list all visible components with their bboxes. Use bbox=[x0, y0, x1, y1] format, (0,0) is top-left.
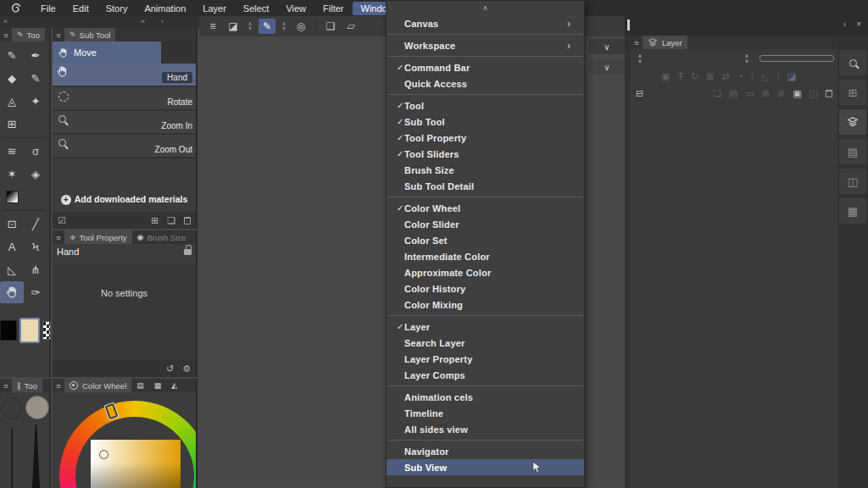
lock-layer-icon[interactable]: ⊠ bbox=[706, 71, 714, 82]
menu-item-animation-cels[interactable]: Animation cels bbox=[387, 389, 584, 405]
menu-item-layer-property[interactable]: Layer Property bbox=[387, 351, 584, 367]
panel-menu-icon[interactable]: ≡ bbox=[53, 233, 64, 242]
tab-tool[interactable]: ✎ Too bbox=[12, 28, 45, 42]
menu-item-sub-tool-detail[interactable]: Sub Tool Detail bbox=[387, 178, 584, 194]
create-mask-icon[interactable]: ▣ bbox=[793, 88, 801, 99]
tab-strip-handle[interactable] bbox=[627, 19, 630, 30]
menu-item-sub-view[interactable]: Sub View bbox=[387, 459, 584, 475]
balloon-tool[interactable]: Ϟ bbox=[24, 236, 47, 258]
tab-tool-sliders[interactable]: ∥ Too bbox=[12, 379, 42, 392]
tab-sub-tool[interactable]: ✎ Sub Tool bbox=[64, 28, 115, 42]
tab-layer[interactable]: Layer bbox=[643, 36, 687, 49]
pen-tool[interactable]: ✎ bbox=[0, 44, 24, 66]
operation-tool[interactable]: ⊡ bbox=[0, 213, 24, 235]
transparent-color-swatch[interactable] bbox=[42, 321, 51, 340]
menu-item-workspace[interactable]: Workspace› bbox=[387, 37, 584, 53]
dock-material-button[interactable]: ▦ bbox=[839, 198, 866, 224]
collapse-dock-small-icon[interactable]: ‹ bbox=[161, 17, 164, 25]
wrench-icon[interactable]: ⚙ bbox=[182, 363, 191, 374]
menu-item-intermediate-color[interactable]: Intermediate Color bbox=[387, 248, 584, 264]
slider-knob-dark[interactable] bbox=[1, 397, 23, 419]
new-vector-layer-icon[interactable]: ▤ bbox=[729, 88, 737, 99]
opacity-slider[interactable] bbox=[760, 55, 834, 62]
figure-tool[interactable]: ◺ bbox=[0, 258, 24, 280]
lock-icon[interactable] bbox=[184, 249, 192, 255]
lock-transparent-icon[interactable]: ⇄ bbox=[722, 71, 730, 82]
dock-layer-button[interactable] bbox=[839, 109, 866, 135]
dock-search-layer-button[interactable] bbox=[839, 50, 866, 75]
tab-tool-property[interactable]: ≑ Tool Property bbox=[64, 230, 132, 244]
apply-mask-icon[interactable]: ◫ bbox=[810, 88, 818, 99]
collapse-dock-icon[interactable]: « bbox=[141, 17, 145, 25]
blend-mode-spinner[interactable]: ∧∨ bbox=[634, 53, 646, 64]
sub-tool-item-zoom-out[interactable]: Zoom Out bbox=[53, 135, 196, 158]
new-folder-icon[interactable]: ▭ bbox=[745, 88, 754, 99]
import-sub-tool-icon[interactable]: ⊞ bbox=[151, 215, 159, 226]
register-sub-tool-icon[interactable]: ☑ bbox=[58, 215, 66, 226]
correct-line-tool[interactable]: ⋔ bbox=[24, 258, 47, 280]
main-color-swatch[interactable] bbox=[19, 318, 40, 343]
menu-item-tool-property[interactable]: ✓Tool Property bbox=[387, 130, 584, 146]
menu-item-color-mixing[interactable]: Color Mixing bbox=[387, 297, 584, 313]
touch-gesture-icon[interactable]: ✎ bbox=[259, 19, 275, 34]
menu-animation[interactable]: Animation bbox=[136, 2, 194, 15]
blend-tool[interactable]: ≋ bbox=[0, 140, 24, 162]
ruler-icon[interactable]: ◺ bbox=[761, 71, 768, 82]
sub-tool-item-rotate[interactable]: Rotate bbox=[53, 87, 196, 111]
menu-item-layer[interactable]: ✓Layer bbox=[387, 319, 584, 335]
fill-tool[interactable]: ◈ bbox=[24, 163, 47, 185]
menu-item-color-set[interactable]: Color Set bbox=[387, 232, 584, 248]
spinner-icon[interactable]: ∧∨ bbox=[245, 22, 255, 30]
gradient-tool[interactable] bbox=[0, 186, 24, 208]
tab-color-wheel[interactable]: Color Wheel bbox=[64, 379, 131, 392]
toolbar-collapse-icon[interactable]: ∨ bbox=[589, 59, 625, 75]
mask-enable-icon[interactable]: ◔ bbox=[737, 71, 743, 81]
menu-item-layer-comps[interactable]: Layer Comps bbox=[387, 367, 584, 383]
airbrush-tool[interactable]: ◬ bbox=[0, 90, 24, 112]
tab-close-icon[interactable]: × bbox=[856, 19, 861, 29]
menu-item-sub-tool[interactable]: ✓Sub Tool bbox=[387, 114, 584, 130]
open-file-icon[interactable]: ▱ bbox=[342, 19, 359, 34]
collapse-dock-icon[interactable]: « bbox=[3, 17, 8, 25]
layer-list-view-icon[interactable]: ⊟ bbox=[636, 88, 643, 99]
tab-color-set[interactable]: ▦ bbox=[149, 379, 167, 392]
menu-file[interactable]: File bbox=[32, 2, 64, 15]
menu-item-timeline[interactable]: Timeline bbox=[387, 405, 584, 421]
menu-item-command-bar[interactable]: ✓Command Bar bbox=[387, 59, 584, 75]
sub-tool-item-hand[interactable]: Hand bbox=[53, 64, 196, 87]
sub-tool-item-zoom-in[interactable]: Zoom In bbox=[53, 111, 196, 135]
pencil-tool[interactable]: ✒ bbox=[24, 44, 47, 66]
text-tool[interactable]: A bbox=[0, 236, 24, 258]
vertical-slider-thin[interactable] bbox=[11, 428, 13, 488]
panel-menu-icon[interactable]: ≡ bbox=[0, 381, 12, 391]
menu-filter[interactable]: Filter bbox=[314, 2, 352, 15]
tab-scroll-right-icon[interactable]: › bbox=[843, 19, 846, 29]
duplicate-sub-tool-icon[interactable]: ❏ bbox=[167, 215, 175, 226]
menu-item-search-layer[interactable]: Search Layer bbox=[387, 335, 584, 351]
menu-edit[interactable]: Edit bbox=[64, 2, 97, 15]
eraser-tool[interactable]: ◆ bbox=[0, 67, 24, 89]
menu-layer[interactable]: Layer bbox=[194, 2, 235, 15]
menu-scroll-up-icon[interactable]: ∧ bbox=[387, 1, 584, 15]
selection-tool[interactable]: σ bbox=[24, 140, 47, 162]
menu-item-navigator[interactable]: Navigator bbox=[387, 443, 584, 459]
sub-color-swatch[interactable] bbox=[0, 320, 17, 341]
decoration-tool[interactable]: ✦ bbox=[24, 90, 47, 112]
group-tab-move[interactable]: Move bbox=[53, 42, 161, 64]
panel-menu-icon[interactable]: ≡ bbox=[0, 30, 12, 40]
tab-color-slider[interactable]: ▤ bbox=[131, 379, 149, 392]
saturation-value-square[interactable] bbox=[91, 440, 181, 488]
saturation-value-handle[interactable] bbox=[99, 450, 108, 459]
clip-studio-open-icon[interactable]: ◪ bbox=[225, 19, 242, 34]
spinner-icon[interactable]: ∧∨ bbox=[279, 22, 289, 30]
menu-item-color-slider[interactable]: Color Slider bbox=[387, 216, 584, 232]
menu-item-approximate-color[interactable]: Approximate Color bbox=[387, 264, 584, 280]
vertical-slider-brush-size[interactable] bbox=[32, 424, 40, 488]
merge-layer-icon[interactable]: ⊘ bbox=[777, 88, 785, 99]
layer-mask-icon[interactable]: ▣ bbox=[661, 71, 670, 82]
dock-timeline-button[interactable]: ▤ bbox=[839, 139, 866, 164]
command-bar-collapse-icon[interactable]: ∨ bbox=[589, 39, 625, 54]
hand-tool[interactable] bbox=[0, 281, 24, 303]
tab-brush-size[interactable]: ◉ Brush Size bbox=[132, 230, 192, 244]
line-tool[interactable]: ╱ bbox=[24, 213, 47, 235]
